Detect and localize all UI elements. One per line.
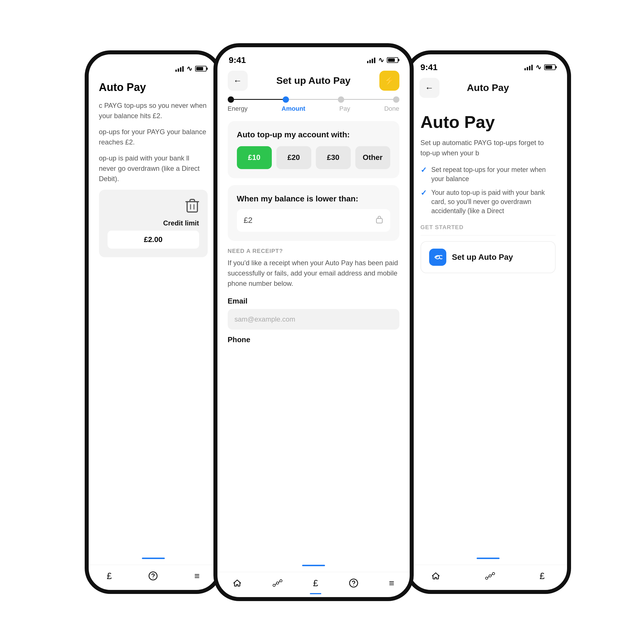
right-header-title: Auto Pay	[467, 82, 509, 93]
svg-rect-0	[187, 202, 197, 212]
status-icons-right: ∿	[524, 63, 556, 71]
amount-btn-30[interactable]: £30	[316, 146, 351, 169]
wifi-icon-right: ∿	[536, 63, 541, 71]
check-text-2: Your auto top-up is paid with your bank …	[431, 188, 556, 216]
amount-btn-other[interactable]: Other	[355, 146, 390, 169]
checkmark-icon-2: ✓	[421, 189, 427, 197]
bottom-nav-right: £	[409, 565, 567, 590]
left-text-1: c PAYG top-ups so you never when your ba…	[99, 100, 208, 121]
nav-usage-center[interactable]	[272, 579, 283, 587]
topup-card-title: Auto top-up my account with:	[237, 130, 390, 139]
svg-point-5	[276, 582, 279, 584]
setup-btn-label: Set up Auto Pay	[452, 253, 513, 262]
stepper-center: Energy Amount Pay Done	[217, 96, 410, 118]
scene: ∿ Auto Pay c PAYG top-ups so you never w…	[0, 0, 644, 644]
time-center: 9:41	[229, 55, 246, 65]
check-item-1: ✓ Set repeat top-ups for your meter when…	[421, 165, 556, 183]
receipt-section: NEED A RECEIPT? If you'd like a receipt …	[228, 248, 399, 344]
nav-payment-left[interactable]: £	[107, 571, 112, 581]
center-header-title: Set up Auto Pay	[276, 75, 350, 86]
amount-btn-10[interactable]: £10	[237, 146, 272, 169]
nav-usage-right[interactable]	[485, 572, 495, 580]
svg-point-12	[489, 575, 491, 577]
phone-left: ∿ Auto Pay c PAYG top-ups so you never w…	[85, 50, 222, 594]
left-text-3: op-up is paid with your bank ll never go…	[99, 153, 208, 184]
nav-payment-center[interactable]: £	[313, 578, 318, 588]
autopay-title: Auto Pay	[421, 112, 556, 132]
balance-value: £2	[244, 216, 253, 225]
phone-center: 9:41 ∿ ← Set up Auto Pay ⚡	[213, 43, 414, 601]
step-dot-energy	[228, 96, 234, 103]
svg-point-2	[153, 578, 154, 578]
svg-point-6	[280, 580, 282, 582]
nav-help-center[interactable]	[349, 578, 358, 588]
credit-limit-label: Credit limit	[163, 219, 199, 227]
nav-home-right[interactable]	[431, 571, 440, 580]
amount-options: £10 £20 £30 Other	[237, 146, 390, 169]
bottom-nav-center: £ ≡	[217, 572, 410, 597]
nav-payment-right[interactable]: £	[540, 571, 545, 581]
signal-icon-center	[367, 57, 375, 63]
status-bar-left: ∿	[89, 54, 218, 76]
signal-icon-left	[175, 66, 184, 72]
center-content: Auto top-up my account with: £10 £20 £30…	[217, 118, 410, 565]
svg-line-7	[275, 584, 276, 585]
step-line-3	[344, 99, 393, 100]
wifi-icon-center: ∿	[378, 56, 384, 64]
autopay-desc: Set up automatic PAYG top-ups forget to …	[421, 138, 556, 158]
receipt-description: If you'd like a receipt when your Auto P…	[228, 258, 399, 289]
step-label-pay: Pay	[339, 105, 350, 112]
credit-limit-value: £2.00	[108, 231, 199, 249]
step-line-1	[234, 99, 283, 100]
get-started-label: GET STARTED	[421, 224, 556, 231]
svg-point-11	[486, 577, 488, 579]
svg-line-14	[488, 576, 489, 578]
check-item-2: ✓ Your auto top-up is paid with your ban…	[421, 188, 556, 216]
battery-icon-center	[387, 57, 398, 63]
left-text-2: op-ups for your PAYG your balance reache…	[99, 127, 208, 147]
check-text-1: Set repeat top-ups for your meter when y…	[431, 165, 556, 183]
setup-autopay-button[interactable]: Set up Auto Pay	[421, 241, 556, 273]
receipt-section-label: NEED A RECEIPT?	[228, 248, 399, 254]
lightning-icon: ⚡	[384, 75, 395, 86]
svg-line-8	[279, 581, 280, 582]
nav-menu-center[interactable]: ≡	[389, 578, 394, 588]
step-dot-done	[393, 96, 399, 103]
checkmark-icon-1: ✓	[421, 166, 427, 175]
amount-btn-20[interactable]: £20	[276, 146, 311, 169]
nav-home-center[interactable]	[233, 578, 242, 588]
battery-icon-right	[544, 64, 556, 70]
step-label-amount: Amount	[282, 105, 305, 112]
delete-area: Credit limit £2.00	[99, 190, 208, 257]
left-content: Auto Pay c PAYG top-ups so you never whe…	[89, 76, 218, 269]
nav-menu-left[interactable]: ≡	[194, 571, 200, 581]
back-button-right[interactable]: ←	[419, 78, 439, 98]
svg-point-10	[353, 585, 354, 586]
balance-input-row: £2	[237, 209, 390, 232]
status-icons-left: ∿	[175, 65, 207, 73]
topup-card: Auto top-up my account with: £10 £20 £30…	[228, 121, 399, 178]
header-right: ← Auto Pay	[409, 75, 567, 104]
balance-card: When my balance is lower than: £2	[228, 185, 399, 241]
email-input[interactable]: sam@example.com	[228, 309, 399, 330]
status-bar-center: 9:41 ∿	[217, 47, 410, 68]
phone-label: Phone	[228, 335, 399, 344]
status-bar-right: 9:41 ∿	[409, 54, 567, 75]
step-label-energy: Energy	[228, 105, 248, 112]
phone-right: 9:41 ∿ ← Auto Pay Auto Pay Set up automa…	[405, 50, 571, 594]
svg-rect-3	[376, 218, 382, 223]
battery-icon-left	[195, 66, 207, 72]
wifi-icon-left: ∿	[187, 65, 192, 73]
right-content: Auto Pay Set up automatic PAYG top-ups f…	[409, 104, 567, 339]
step-dot-pay	[338, 96, 344, 103]
step-label-done: Done	[384, 105, 399, 112]
nav-help-left[interactable]	[148, 571, 158, 581]
svg-point-4	[273, 584, 275, 586]
back-button-center[interactable]: ←	[228, 71, 248, 91]
svg-line-15	[491, 574, 492, 575]
action-button-center[interactable]: ⚡	[379, 71, 399, 91]
left-phone-title: Auto Pay	[99, 81, 208, 94]
header-center: ← Set up Auto Pay ⚡	[217, 68, 410, 96]
time-right: 9:41	[421, 62, 438, 72]
delete-icon	[185, 198, 199, 216]
